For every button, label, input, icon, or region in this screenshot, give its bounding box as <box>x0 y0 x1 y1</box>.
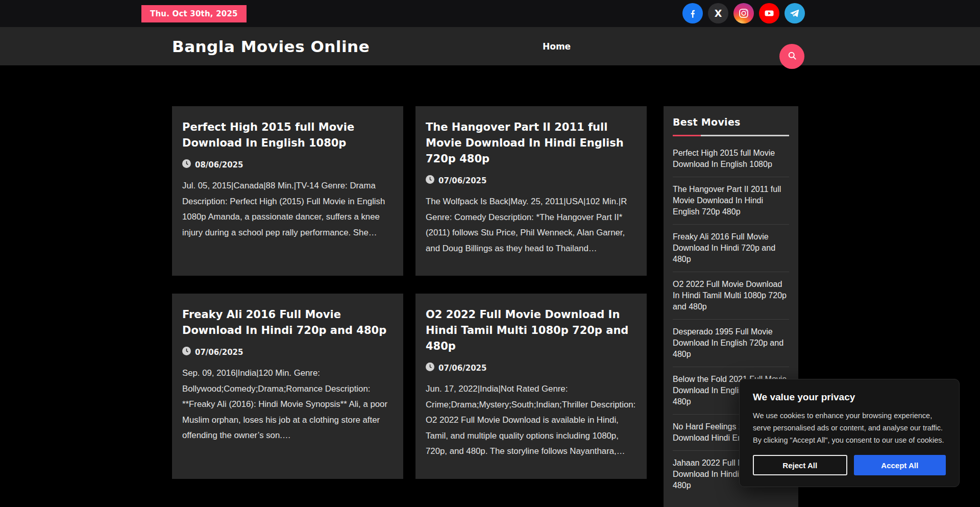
article-date: 08/06/2025 <box>195 160 243 170</box>
social-links: X <box>682 3 805 23</box>
telegram-icon <box>789 8 800 19</box>
article-title: The Hangover Part II 2011 full Movie Dow… <box>426 119 636 167</box>
article-date: 07/06/2025 <box>438 176 486 185</box>
article-title-link[interactable]: Perfect High 2015 full Movie Download In… <box>182 121 354 149</box>
article-meta: 07/06/2025 <box>426 175 636 186</box>
reject-all-button[interactable]: Reject All <box>753 455 847 475</box>
article-title-link[interactable]: Freaky Ali 2016 Full Movie Download In H… <box>182 308 386 336</box>
topbar: Thu. Oct 30th, 2025 X <box>0 0 980 27</box>
article-card: The Hangover Part II 2011 full Movie Dow… <box>415 106 647 276</box>
clock-icon <box>182 347 191 357</box>
telegram-link[interactable] <box>785 3 805 23</box>
best-movie-link[interactable]: The Hangover Part II 2011 full Movie Dow… <box>673 184 789 218</box>
article-meta: 08/06/2025 <box>182 159 393 170</box>
best-movies-heading: Best Movies <box>673 116 789 128</box>
clock-icon <box>426 363 434 373</box>
article-card: Perfect High 2015 full Movie Download In… <box>172 106 403 276</box>
article-title-link[interactable]: O2 2022 Full Movie Download In Hindi Tam… <box>426 308 628 352</box>
list-item: O2 2022 Full Movie Download In Hindi Tam… <box>673 272 789 320</box>
x-icon: X <box>715 8 722 19</box>
search-button[interactable] <box>779 44 804 69</box>
article-date: 07/06/2025 <box>438 364 486 373</box>
article-meta: 07/06/2025 <box>426 363 636 373</box>
best-movie-link[interactable]: O2 2022 Full Movie Download In Hindi Tam… <box>673 279 789 312</box>
list-item: Desperado 1995 Full Movie Download In En… <box>673 320 789 367</box>
article-title: O2 2022 Full Movie Download In Hindi Tam… <box>426 307 636 354</box>
list-item: The Hangover Part II 2011 full Movie Dow… <box>673 177 789 225</box>
best-movie-link[interactable]: Desperado 1995 Full Movie Download In En… <box>673 326 789 360</box>
main-content: Perfect High 2015 full Movie Download In… <box>172 106 806 507</box>
facebook-icon <box>687 8 698 19</box>
cookie-consent-dialog: We value your privacy We use cookies to … <box>739 379 960 487</box>
article-card: Freaky Ali 2016 Full Movie Download In H… <box>172 294 403 479</box>
date-badge: Thu. Oct 30th, 2025 <box>141 5 247 22</box>
site-title[interactable]: Bangla Movies Online <box>172 37 370 56</box>
article-excerpt: The Wolfpack Is Back|May. 25, 2011|USA|1… <box>426 194 636 256</box>
search-icon <box>787 51 797 62</box>
article-meta: 07/06/2025 <box>182 347 393 357</box>
article-title-link[interactable]: The Hangover Part II 2011 full Movie Dow… <box>426 121 624 165</box>
cookie-buttons: Reject All Accept All <box>753 455 946 475</box>
youtube-icon <box>763 7 775 19</box>
article-title: Perfect High 2015 full Movie Download In… <box>182 119 393 151</box>
article-title: Freaky Ali 2016 Full Movie Download In H… <box>182 307 393 339</box>
clock-icon <box>426 175 434 186</box>
article-excerpt: Jul. 05, 2015|Canada|88 Min.|TV-14 Genre… <box>182 178 393 240</box>
best-movie-link[interactable]: Perfect High 2015 full Movie Download In… <box>673 148 789 170</box>
article-date: 07/06/2025 <box>195 348 243 357</box>
list-item: Freaky Ali 2016 Full Movie Download In H… <box>673 225 789 272</box>
heading-underline <box>673 135 789 136</box>
best-movie-link[interactable]: Freaky Ali 2016 Full Movie Download In H… <box>673 231 789 265</box>
instagram-icon <box>738 8 749 19</box>
youtube-link[interactable] <box>759 3 779 23</box>
article-excerpt: Jun. 17, 2022|India|Not Rated Genre: Cri… <box>426 381 636 460</box>
nav-home[interactable]: Home <box>543 41 571 52</box>
accept-all-button[interactable]: Accept All <box>854 455 946 475</box>
instagram-link[interactable] <box>733 3 754 23</box>
x-link[interactable]: X <box>708 3 728 23</box>
site-header: Bangla Movies Online Home <box>0 27 980 65</box>
cookie-body-text: We use cookies to enhance your browsing … <box>753 409 946 446</box>
article-excerpt: Sep. 09, 2016|India|120 Min. Genre: Boll… <box>182 366 393 444</box>
facebook-link[interactable] <box>682 3 703 23</box>
clock-icon <box>182 159 191 170</box>
article-card: O2 2022 Full Movie Download In Hindi Tam… <box>415 294 647 479</box>
cookie-title: We value your privacy <box>753 392 946 403</box>
list-item: Perfect High 2015 full Movie Download In… <box>673 147 789 177</box>
articles-grid: Perfect High 2015 full Movie Download In… <box>172 106 647 479</box>
